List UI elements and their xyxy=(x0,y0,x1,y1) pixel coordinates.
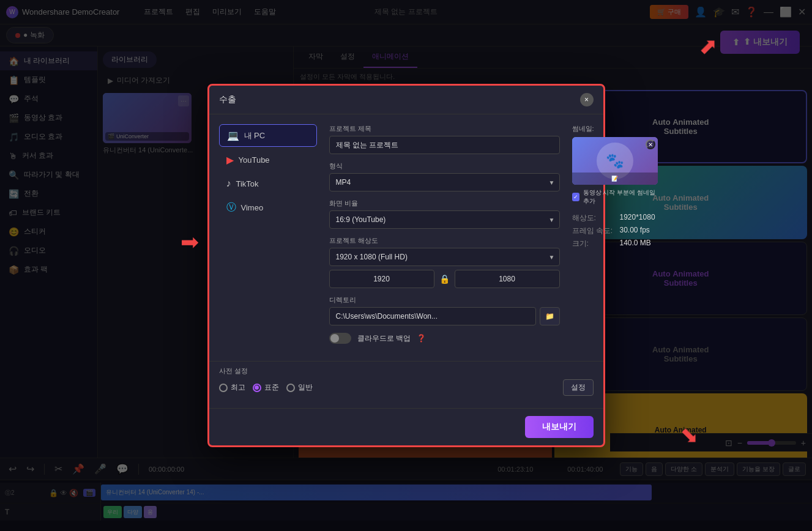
format-select-wrapper: MP4 MOV AVI ▼ xyxy=(329,173,560,191)
youtube-icon: ▶ xyxy=(226,154,234,166)
directory-input[interactable] xyxy=(329,307,536,325)
browse-button[interactable]: 📁 xyxy=(540,307,560,325)
thumbnail-checkbox-label: 동영상 시작 부분에 썸네일 추가 xyxy=(583,188,658,206)
thumbnail-image: 🐾 📝 ✕ xyxy=(572,137,658,185)
preset-best[interactable]: 최고 xyxy=(219,382,245,393)
dialog-body: 💻 내 PC ▶ YouTube ♪ TikTok Ⓥ Vimeo xyxy=(209,114,603,361)
preset-normal[interactable]: 일반 xyxy=(286,382,313,393)
dialog-close-button[interactable]: × xyxy=(580,93,594,106)
platform-list: 💻 내 PC ▶ YouTube ♪ TikTok Ⓥ Vimeo xyxy=(219,124,317,351)
toggle-knob xyxy=(330,334,339,343)
thumbnail-label: 썸네일: xyxy=(572,124,658,133)
size-value: 140.0 MB xyxy=(620,239,651,249)
thumbnail-checkbox[interactable]: ✓ xyxy=(572,193,579,201)
ratio-group: 화면 비율 16:9 (YouTube) 9:16 1:1 ▼ xyxy=(329,199,560,229)
ratio-label: 화면 비율 xyxy=(329,199,560,208)
format-label: 형식 xyxy=(329,162,560,171)
resolution-stat-value: 1920*1080 xyxy=(620,213,655,223)
stat-fps: 프레임 속도: 30.00 fps xyxy=(572,226,664,236)
pc-icon: 💻 xyxy=(227,130,239,141)
directory-label: 디렉토리 xyxy=(329,295,560,305)
resolution-group: 프로젝트 해상도 1920 x 1080 (Full HD) 1280 x 72… xyxy=(329,236,560,288)
dialog-form: 프로젝트 제목 형식 MP4 MOV AVI ▼ 화면 비율 xyxy=(329,124,560,351)
preset-options: 사전 설정 최고 표준 일반 xyxy=(219,366,594,396)
height-input[interactable] xyxy=(455,270,560,288)
dialog-overlay: 수출 × 💻 내 PC ▶ YouTube ♪ TikTok Ⓥ xyxy=(0,0,812,531)
dialog-title: 수출 xyxy=(219,94,236,105)
dialog-footer: 내보내기 xyxy=(209,408,603,445)
stat-size: 크기: 140.0 MB xyxy=(572,239,664,249)
preset-row: 최고 표준 일반 설정 xyxy=(219,379,594,396)
vimeo-icon: Ⓥ xyxy=(226,201,236,214)
lock-icon: 🔒 xyxy=(439,274,450,284)
size-label: 크기: xyxy=(572,239,615,249)
platform-my-pc[interactable]: 💻 내 PC xyxy=(219,124,317,147)
preset-standard-radio xyxy=(253,384,261,392)
stat-resolution: 해상도: 1920*1080 xyxy=(572,213,664,223)
ratio-select-wrapper: 16:9 (YouTube) 9:16 1:1 ▼ xyxy=(329,210,560,229)
directory-group: 디렉토리 📁 xyxy=(329,295,560,325)
preset-label: 사전 설정 xyxy=(219,366,594,376)
thumbnail-preset-panel: 썸네일: 🐾 📝 ✕ ✓ 동영상 시작 부분에 썸네일 추가 xyxy=(572,124,664,351)
stats-section: 해상도: 1920*1080 프레임 속도: 30.00 fps 크기: 140… xyxy=(572,213,664,249)
project-title-group: 프로젝트 제목 xyxy=(329,124,560,154)
resolution-inputs: 🔒 xyxy=(329,270,560,288)
fps-label: 프레임 속도: xyxy=(572,226,615,236)
preset-best-radio xyxy=(219,384,228,392)
dialog-header: 수출 × xyxy=(209,86,603,114)
preset-settings-button[interactable]: 설정 xyxy=(563,379,594,396)
cloud-backup-row: 클라우드로 백업 ❓ xyxy=(329,333,560,344)
project-title-label: 프로젝트 제목 xyxy=(329,124,560,133)
resolution-select-wrapper: 1920 x 1080 (Full HD) 1280 x 720 (HD) ▼ xyxy=(329,248,560,266)
resolution-label: 프로젝트 해상도 xyxy=(329,236,560,245)
red-arrow-right: ➡ xyxy=(181,229,199,255)
project-title-input[interactable] xyxy=(329,136,560,154)
width-input[interactable] xyxy=(329,270,434,288)
cloud-help-icon[interactable]: ❓ xyxy=(417,334,426,343)
fps-value: 30.00 fps xyxy=(620,226,650,236)
format-group: 형식 MP4 MOV AVI ▼ xyxy=(329,162,560,191)
thumbnail-close-button[interactable]: ✕ xyxy=(646,139,655,149)
platform-vimeo[interactable]: Ⓥ Vimeo xyxy=(219,196,317,219)
platform-youtube[interactable]: ▶ YouTube xyxy=(219,149,317,171)
preset-standard[interactable]: 표준 xyxy=(253,382,279,393)
preset-normal-radio xyxy=(286,384,295,392)
platform-tiktok[interactable]: ♪ TikTok xyxy=(219,173,317,194)
preset-section: 사전 설정 최고 표준 일반 xyxy=(209,361,603,408)
ratio-select[interactable]: 16:9 (YouTube) 9:16 1:1 xyxy=(329,210,560,229)
resolution-select[interactable]: 1920 x 1080 (Full HD) 1280 x 720 (HD) xyxy=(329,248,560,266)
tiktok-icon: ♪ xyxy=(226,178,231,189)
thumbnail-check-row: ✓ 동영상 시작 부분에 썸네일 추가 xyxy=(572,188,658,206)
directory-row: 📁 xyxy=(329,307,560,325)
cloud-backup-label: 클라우드로 백업 xyxy=(357,333,411,344)
resolution-stat-label: 해상도: xyxy=(572,213,615,223)
export-dialog: 수출 × 💻 내 PC ▶ YouTube ♪ TikTok Ⓥ xyxy=(207,84,605,447)
thumbnail-section: 썸네일: 🐾 📝 ✕ ✓ 동영상 시작 부분에 썸네일 추가 xyxy=(572,124,658,206)
export-button[interactable]: 내보내기 xyxy=(525,416,594,438)
cloud-backup-toggle[interactable] xyxy=(329,333,351,344)
format-select[interactable]: MP4 MOV AVI xyxy=(329,173,560,191)
